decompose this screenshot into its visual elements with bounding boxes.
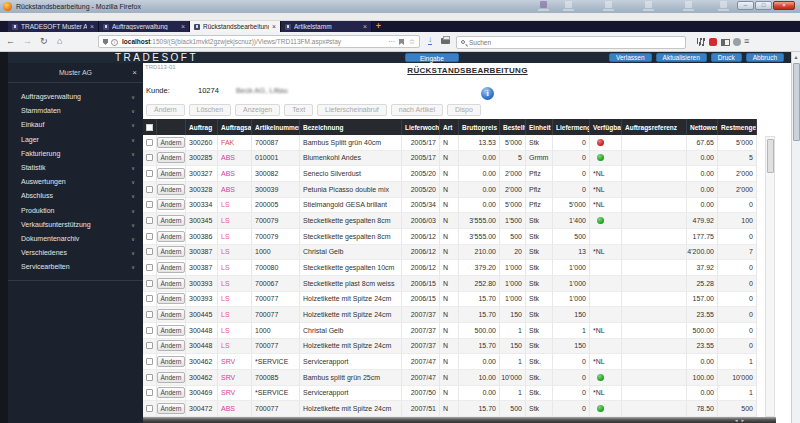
sidebar-item-lager[interactable]: Lager∨ <box>8 133 143 147</box>
tab-r-ckstandsbearbeitung[interactable]: Rückstandsbearbeitung× <box>190 21 281 32</box>
row-checkbox[interactable] <box>146 389 153 396</box>
maximize-button[interactable]: □ <box>755 1 772 10</box>
anzeigen-button[interactable]: Anzeigen <box>235 104 280 116</box>
verlassen-button[interactable]: Verlassen <box>609 53 652 62</box>
row-checkbox[interactable] <box>146 248 153 255</box>
row-aendern-button[interactable]: Ändern <box>157 215 185 226</box>
row-checkbox[interactable] <box>146 201 153 208</box>
scroll-up-icon[interactable]: ▲ <box>792 52 800 62</box>
sidebar-item-statistik[interactable]: Statistik∨ <box>8 161 143 175</box>
row-aendern-button[interactable]: Ändern <box>157 168 185 179</box>
row-aendern-button[interactable]: Ändern <box>157 137 185 148</box>
search-input[interactable] <box>469 37 679 48</box>
row-checkbox[interactable] <box>146 170 153 177</box>
sidebar-item-verschiedenes[interactable]: Verschiedenes∨ <box>8 246 143 260</box>
abbruch-button[interactable]: Abbruch <box>746 53 784 62</box>
downloads-icon[interactable]: ↓ <box>428 35 432 45</box>
tab-close-icon[interactable]: × <box>272 23 276 30</box>
row-checkbox[interactable] <box>146 311 153 318</box>
back-icon[interactable]: ← <box>6 36 15 47</box>
page-actions-icon[interactable]: ⋯ <box>388 36 395 47</box>
library-icon[interactable] <box>697 38 705 46</box>
help-icon[interactable]: i <box>481 87 494 100</box>
row-aendern-button[interactable]: Ändern <box>157 340 185 351</box>
tab-auftragsverwaltung[interactable]: Auftragsverwaltung× <box>99 21 190 32</box>
row-aendern-button[interactable]: Ändern <box>157 278 185 289</box>
sidebar-item-dokumentenarchiv[interactable]: Dokumentenarchiv∨ <box>8 232 143 246</box>
sidebar-item-servicearbeiten[interactable]: Servicearbeiten∨ <box>8 260 143 274</box>
sidebar-item-verkaufsunterst-tzung[interactable]: Verkaufsunterstützung∨ <box>8 218 143 232</box>
lieferscheinabruf-button[interactable]: Lieferscheinabruf <box>317 104 387 116</box>
row-checkbox[interactable] <box>146 186 153 193</box>
row-aendern-button[interactable]: Ändern <box>157 309 185 320</box>
row-aendern-button[interactable]: Ändern <box>157 184 185 195</box>
sidebar-item-abschluss[interactable]: Abschluss∨ <box>8 189 143 203</box>
account-icon[interactable] <box>733 38 741 46</box>
row-aendern-button[interactable]: Ändern <box>157 403 185 414</box>
menu-icon[interactable]: ≡ <box>744 36 749 47</box>
tab-artikelstamm[interactable]: Artikelstamm× <box>281 21 372 32</box>
row-checkbox[interactable] <box>146 295 153 302</box>
row-checkbox[interactable] <box>146 264 153 271</box>
row-checkbox[interactable] <box>146 327 153 334</box>
tab-tradesoft-muster-ag[interactable]: TRADESOFT Muster AG× <box>8 21 99 32</box>
site-info-icon[interactable]: i <box>111 39 118 46</box>
row-checkbox[interactable] <box>146 358 153 365</box>
row-aendern-button[interactable]: Ändern <box>157 199 185 210</box>
minimize-button[interactable]: – <box>737 1 754 10</box>
adblock-icon[interactable] <box>709 38 717 46</box>
row-checkbox[interactable] <box>146 139 153 146</box>
eingabe-button[interactable]: Eingabe <box>405 53 459 62</box>
row-checkbox[interactable] <box>146 374 153 381</box>
reload-icon[interactable]: ↻ <box>40 36 48 47</box>
new-tab-button[interactable]: + <box>372 21 385 32</box>
url-bar[interactable]: i localhost:1509/(S(biack1mvkt2gzwjekjsc… <box>98 35 420 48</box>
dispo-button[interactable]: Dispo <box>447 104 481 116</box>
druck-button[interactable]: Druck <box>711 53 742 62</box>
row-checkbox[interactable] <box>146 280 153 287</box>
l-schen-button[interactable]: Löschen <box>189 104 231 116</box>
row-aendern-button[interactable]: Ändern <box>157 246 185 257</box>
tab-close-icon[interactable]: × <box>181 23 185 30</box>
search-box[interactable] <box>456 36 686 49</box>
text-button[interactable]: Text <box>284 104 313 116</box>
row-checkbox[interactable] <box>146 342 153 349</box>
row-checkbox[interactable] <box>146 233 153 240</box>
bookmark-star-icon[interactable]: ☆ <box>409 36 415 47</box>
browser-scrollbar[interactable]: ▲ <box>791 52 800 423</box>
tab-close-icon[interactable]: × <box>90 23 94 30</box>
aktualisieren-button[interactable]: Aktualisieren <box>656 53 707 62</box>
sidebar-item-auswertungen[interactable]: Auswertungen∨ <box>8 175 143 189</box>
hscroll-arrows-icon[interactable]: ◂▸ <box>735 417 748 423</box>
tab-close-icon[interactable]: × <box>363 23 367 30</box>
row-aendern-button[interactable]: Ändern <box>157 356 185 367</box>
row-aendern-button[interactable]: Ändern <box>157 152 185 163</box>
close-button[interactable]: × <box>773 1 795 10</box>
grid-scrollbar-thumb[interactable] <box>767 139 774 173</box>
pocket-icon[interactable] <box>399 39 404 45</box>
print-icon[interactable] <box>441 38 450 44</box>
row-aendern-button[interactable]: Ändern <box>157 262 185 273</box>
forward-icon[interactable]: → <box>23 36 32 47</box>
sidebar-item-stammdaten[interactable]: Stammdaten∨ <box>8 104 143 118</box>
sidebar-item-fakturierung[interactable]: Fakturierung∨ <box>8 147 143 161</box>
row-aendern-button[interactable]: Ändern <box>157 325 185 336</box>
nach-artikel-button[interactable]: nach Artikel <box>391 104 443 116</box>
row-aendern-button[interactable]: Ändern <box>157 387 185 398</box>
row-aendern-button[interactable]: Ändern <box>157 293 185 304</box>
sidebar-toggle-icon[interactable] <box>721 39 730 46</box>
row-checkbox[interactable] <box>146 217 153 224</box>
home-icon[interactable]: ⌂ <box>57 36 62 47</box>
sidebar-item-auftragsverwaltung[interactable]: Auftragsverwaltung∨ <box>8 90 143 104</box>
row-checkbox[interactable] <box>146 154 153 161</box>
row-checkbox[interactable] <box>146 405 153 412</box>
tracking-protection-icon[interactable] <box>103 39 108 45</box>
row-aendern-button[interactable]: Ändern <box>157 372 185 383</box>
grid-scrollbar[interactable] <box>765 136 775 417</box>
sidebar-item-produktion[interactable]: Produktion∨ <box>8 204 143 218</box>
browser-scrollbar-thumb[interactable] <box>793 63 800 141</box>
close-icon[interactable]: × <box>132 63 137 83</box>
sidebar-item-einkauf[interactable]: Einkauf∨ <box>8 118 143 132</box>
select-all-checkbox[interactable] <box>146 124 153 131</box>
row-aendern-button[interactable]: Ändern <box>157 231 185 242</box>
